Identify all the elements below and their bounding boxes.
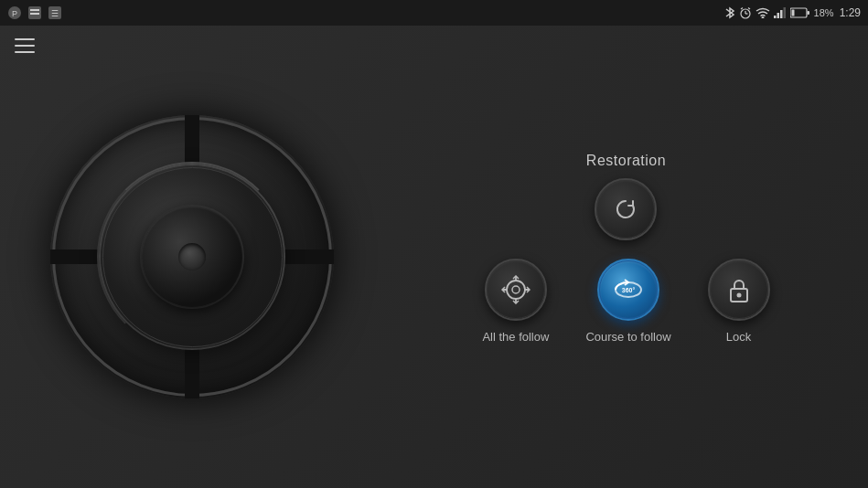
hamburger-line-3 — [15, 51, 35, 53]
svg-rect-4 — [30, 13, 39, 15]
course-follow-label: Course to follow — [585, 330, 670, 344]
svg-point-26 — [616, 282, 641, 297]
360-icon: 360° — [612, 277, 645, 302]
svg-rect-28 — [731, 289, 747, 302]
wifi-icon — [755, 7, 770, 18]
refresh-icon — [613, 196, 638, 222]
status-system-icons: 18% 1:29 — [724, 5, 861, 20]
lock-group: Lock — [708, 259, 770, 344]
svg-point-21 — [512, 286, 520, 293]
bottom-buttons-row: All the follow 360° Course to follow — [482, 259, 769, 344]
dial-inner[interactable] — [142, 207, 242, 307]
restoration-button[interactable] — [595, 178, 657, 240]
course-follow-group: 360° Course to follow — [585, 259, 670, 344]
svg-point-20 — [507, 281, 525, 299]
lock-button[interactable] — [708, 259, 770, 321]
dial-middle[interactable] — [101, 165, 284, 348]
all-follow-button[interactable] — [485, 259, 547, 321]
hamburger-menu[interactable] — [15, 38, 35, 53]
svg-point-29 — [736, 292, 741, 297]
hamburger-line-1 — [15, 38, 35, 40]
svg-text:☰: ☰ — [51, 9, 59, 18]
restoration-section: Restoration — [586, 153, 666, 240]
svg-rect-19 — [791, 10, 794, 16]
lock-label: Lock — [726, 330, 751, 344]
svg-line-10 — [741, 8, 743, 10]
app-icon-1: P — [7, 5, 22, 20]
alarm-icon — [739, 6, 752, 19]
svg-rect-16 — [783, 7, 786, 18]
svg-rect-3 — [30, 9, 39, 11]
svg-text:360°: 360° — [622, 287, 636, 293]
lock-icon — [727, 276, 751, 303]
battery-icon — [790, 7, 810, 18]
signal-icon — [774, 7, 787, 18]
svg-text:P: P — [12, 9, 17, 18]
hamburger-line-2 — [15, 45, 35, 47]
status-app-icons: P ☰ — [7, 5, 62, 20]
svg-rect-14 — [777, 13, 779, 18]
all-follow-group: All the follow — [482, 259, 549, 344]
battery-percentage: 18% — [814, 7, 834, 18]
all-follow-label: All the follow — [482, 330, 549, 344]
dial-center-dot — [178, 243, 206, 271]
course-follow-button[interactable]: 360° — [597, 259, 659, 321]
svg-rect-15 — [780, 10, 783, 18]
crosshair-icon — [501, 275, 530, 304]
left-panel — [0, 26, 384, 488]
app-icon-2 — [27, 5, 42, 20]
svg-point-12 — [761, 16, 764, 18]
status-bar: P ☰ — [0, 0, 868, 26]
main-content: Restoration — [0, 26, 868, 488]
svg-rect-18 — [807, 11, 809, 15]
time-display: 1:29 — [840, 6, 861, 19]
dial-outer[interactable] — [50, 115, 334, 398]
restoration-label: Restoration — [586, 153, 666, 169]
svg-rect-13 — [774, 16, 777, 18]
svg-line-11 — [748, 8, 750, 10]
bluetooth-icon — [724, 5, 735, 20]
right-panel: Restoration — [384, 153, 868, 362]
app-icon-3: ☰ — [48, 5, 62, 20]
